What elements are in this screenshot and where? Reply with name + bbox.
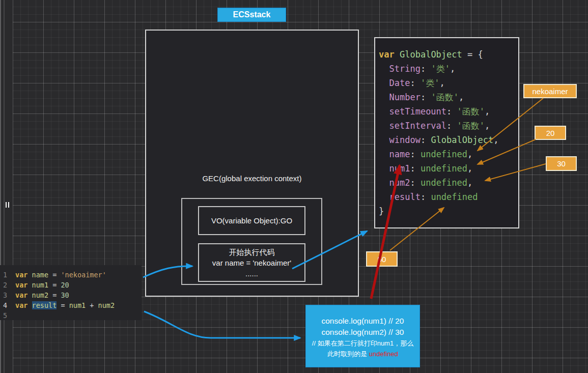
gec-title: GEC(global exection context)	[145, 174, 359, 183]
code-token: undefined	[431, 192, 478, 202]
code-line: result: undefined	[379, 190, 518, 204]
code-token: ,	[467, 163, 472, 174]
callout-nekoaimer-text: nekoaimer	[532, 87, 568, 96]
console-note-box[interactable]: console.log(num1) // 20 console.log(num2…	[305, 305, 420, 367]
arrow-code-line4-to-console-box[interactable]	[144, 311, 300, 338]
code-token: 'nekoaimer'	[61, 271, 106, 279]
code-token: :	[410, 78, 420, 88]
diagram-canvas[interactable]: ECSstack GEC(global exection context) VO…	[0, 0, 588, 373]
code-line: Date: '类',	[379, 76, 518, 90]
code-token: String	[389, 64, 420, 74]
vo-box-label: VO(variable Object):GO	[211, 216, 292, 225]
exec-line-3: ......	[245, 268, 258, 279]
line-number: 3	[0, 290, 15, 300]
code-token: :	[421, 64, 431, 74]
code-token: :	[421, 92, 431, 102]
code-token: =	[48, 291, 61, 299]
callout-50-text: 50	[378, 255, 386, 264]
code-token: ,	[485, 121, 490, 131]
code-token: =	[57, 301, 69, 309]
code-token: var	[379, 49, 395, 60]
value-callout-20[interactable]: 20	[535, 126, 566, 140]
code-token: name	[32, 271, 49, 279]
code-token: name	[389, 149, 410, 159]
code-token: result	[389, 192, 420, 202]
code-token: var	[15, 301, 27, 309]
console-comment-line: // 如果在第二行就打印num1，那么	[312, 338, 413, 349]
code-token: ,	[450, 64, 455, 74]
code-token: ,	[439, 78, 444, 88]
code-token	[379, 135, 389, 145]
code-line: }	[379, 204, 518, 218]
code-token	[379, 149, 389, 159]
code-token: :	[421, 192, 431, 202]
code-token: '函数'	[457, 106, 485, 117]
code-line: setTimeount: '函数',	[379, 104, 518, 119]
code-line: num1: undefined,	[379, 161, 518, 176]
code-line: 3var num2 = 30	[0, 290, 142, 300]
code-token: }	[379, 206, 384, 216]
panel-resize-handle-icon[interactable]	[6, 202, 9, 208]
code-token	[379, 163, 389, 174]
code-token: :	[421, 135, 431, 145]
code-line: num2: undefined,	[379, 176, 518, 190]
code-token: :	[410, 163, 420, 174]
code-line: Number: '函数',	[379, 90, 518, 104]
code-token: ,	[493, 135, 498, 145]
code-token: '函数'	[457, 121, 485, 131]
code-token: GlobalObject	[400, 49, 462, 60]
console-result-line: 此时取到的是 undefined	[327, 349, 398, 359]
code-token: :	[446, 121, 457, 131]
code-token: num2	[389, 178, 410, 188]
value-callout-30[interactable]: 30	[546, 156, 577, 171]
value-callout-nekoaimer[interactable]: nekoaimer	[523, 84, 577, 98]
code-token: window	[389, 135, 420, 145]
code-token: '类'	[431, 64, 450, 74]
code-line: 4var result = num1 + num2	[0, 300, 142, 310]
code-token	[379, 192, 389, 202]
global-object-panel[interactable]: var GlobalObject = { String: '类', Date: …	[374, 37, 519, 228]
code-token: 30	[61, 291, 69, 299]
line-number: 5	[0, 310, 15, 321]
code-token: var	[15, 281, 27, 289]
global-object-code: var GlobalObject = { String: '类', Date: …	[379, 47, 518, 218]
callout-20-text: 20	[546, 129, 555, 137]
exec-line-1: 开始执行代码	[229, 247, 275, 257]
code-token: Number	[389, 92, 420, 102]
code-token	[379, 121, 389, 131]
code-token	[395, 49, 400, 60]
code-token	[27, 301, 32, 309]
code-token	[379, 64, 389, 74]
code-token: undefined	[421, 178, 467, 188]
line-number: 4	[0, 300, 15, 310]
value-callout-50[interactable]: 50	[366, 251, 398, 267]
code-line: var GlobalObject = {	[379, 47, 518, 62]
vo-box[interactable]: VO(variable Object):GO	[198, 206, 305, 235]
console-log-line-2: console.log(num2) // 30	[322, 327, 404, 338]
code-token	[27, 291, 32, 299]
code-line: name: undefined,	[379, 147, 518, 161]
code-line: 1var name = 'nekoaimer'	[0, 270, 142, 280]
ecs-stack-label[interactable]: ECSstack	[217, 8, 286, 22]
code-token	[27, 281, 32, 289]
code-token: +	[86, 301, 98, 309]
code-token: result	[32, 301, 57, 309]
code-token	[379, 78, 389, 88]
code-token: num1	[69, 301, 86, 309]
code-token	[379, 92, 389, 102]
code-token: :	[410, 178, 420, 188]
code-token: var	[15, 271, 27, 279]
exec-code-box[interactable]: 开始执行代码 var name = 'nekoaimer' ......	[198, 243, 305, 282]
undefined-highlight: undefined	[369, 350, 398, 358]
line-number: 1	[0, 270, 15, 280]
code-token: :	[410, 149, 420, 159]
code-line: 2var num1 = 20	[0, 280, 142, 290]
code-token: undefined	[421, 149, 467, 159]
code-token	[27, 271, 32, 279]
source-code-editor-snippet[interactable]: 1var name = 'nekoaimer'2var num1 = 203va…	[0, 265, 142, 320]
code-token: setInterval	[389, 121, 446, 131]
code-token: 20	[61, 281, 69, 289]
code-token: num1	[389, 163, 410, 174]
code-token: = {	[462, 49, 483, 60]
editor-code: 1var name = 'nekoaimer'2var num1 = 203va…	[0, 270, 142, 321]
